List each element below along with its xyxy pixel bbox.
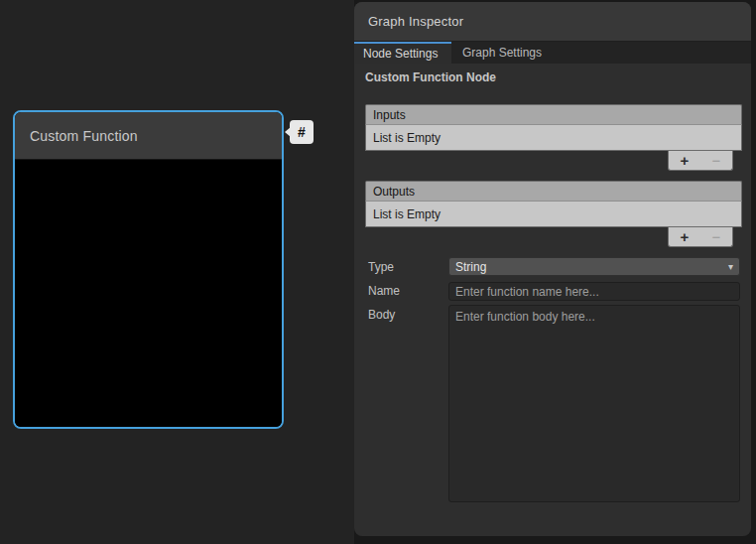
node-title: Custom Function — [30, 128, 138, 144]
tab-node-settings[interactable]: Node Settings — [354, 42, 451, 64]
outputs-list-title: Outputs — [373, 185, 415, 199]
node-header[interactable]: Custom Function — [15, 112, 282, 160]
custom-function-node[interactable]: Custom Function — [13, 110, 284, 429]
inputs-add-button[interactable]: + — [677, 153, 693, 169]
inputs-list-footer: + − — [668, 151, 733, 171]
outputs-list-header: Outputs — [365, 181, 742, 202]
inspector-header[interactable]: Graph Inspector — [354, 2, 751, 42]
inputs-empty-label: List is Empty — [373, 131, 441, 145]
inputs-list-header: Inputs — [365, 104, 742, 125]
node-hash-badge[interactable]: # — [290, 120, 314, 144]
type-dropdown[interactable]: String ▾ — [448, 257, 740, 276]
hash-icon: # — [298, 124, 306, 140]
inspector-title: Graph Inspector — [368, 14, 463, 29]
type-dropdown-value: String — [455, 260, 486, 274]
body-label: Body — [368, 308, 395, 322]
inputs-remove-button[interactable]: − — [708, 153, 725, 169]
function-body-textarea[interactable] — [448, 305, 740, 502]
function-name-input[interactable] — [448, 282, 740, 301]
tab-graph-settings[interactable]: Graph Settings — [451, 42, 554, 64]
inputs-empty-row: List is Empty — [365, 125, 742, 151]
outputs-empty-label: List is Empty — [373, 207, 441, 221]
tab-graph-settings-label: Graph Settings — [462, 46, 542, 60]
section-title: Custom Function Node — [365, 70, 496, 84]
graph-inspector-panel: Graph Inspector Node Settings Graph Sett… — [354, 2, 751, 536]
chevron-down-icon: ▾ — [728, 261, 733, 272]
inputs-list-title: Inputs — [373, 108, 406, 122]
outputs-remove-button[interactable]: − — [708, 229, 725, 245]
node-preview-body — [15, 161, 282, 427]
outputs-add-button[interactable]: + — [677, 229, 693, 245]
name-label: Name — [368, 284, 400, 298]
inputs-list: Inputs List is Empty + − — [365, 104, 742, 171]
inspector-tab-bar: Node Settings Graph Settings — [354, 42, 751, 64]
graph-canvas[interactable]: Custom Function # — [0, 0, 354, 544]
outputs-empty-row: List is Empty — [365, 202, 742, 227]
outputs-list: Outputs List is Empty + − — [365, 181, 742, 247]
outputs-list-footer: + − — [668, 227, 733, 247]
type-label: Type — [368, 260, 394, 274]
tab-node-settings-label: Node Settings — [363, 47, 438, 61]
